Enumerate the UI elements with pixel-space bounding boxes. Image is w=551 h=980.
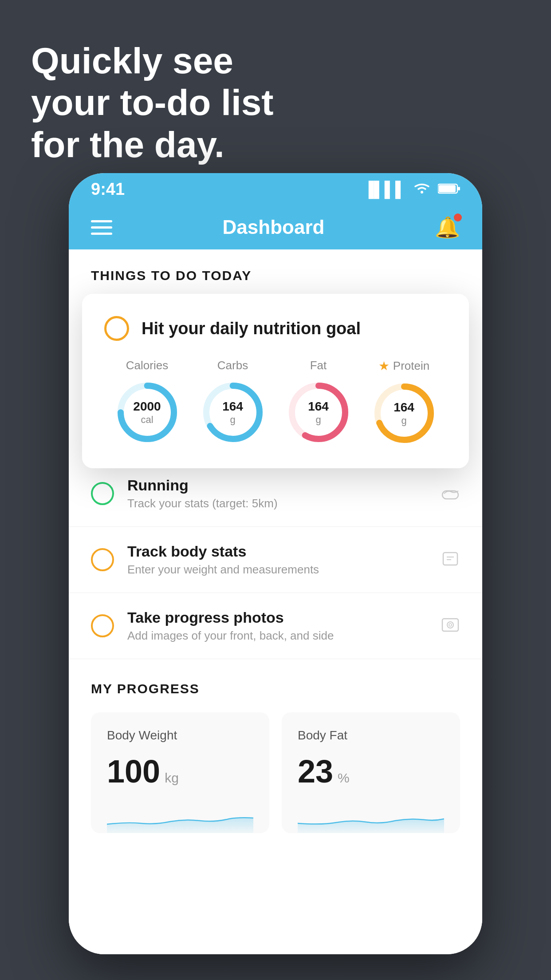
card-title-row: Hit your daily nutrition goal [104,316,447,341]
status-bar: 9:41 ▐▌▌▌ [69,173,482,205]
nav-bar: Dashboard 🔔 [69,205,482,249]
running-info: Running Track your stats (target: 5km) [127,477,427,510]
nutrition-card: Hit your daily nutrition goal Calories 2… [82,294,469,468]
nutrition-item-fat: Fat 164 g [286,359,351,445]
body-stats-info: Track body stats Enter your weight and m… [127,543,427,577]
fat-label: Fat [310,359,327,372]
svg-rect-13 [443,553,457,565]
todo-item-body-stats[interactable]: Track body stats Enter your weight and m… [69,527,482,593]
running-checkbox[interactable] [91,482,114,505]
todo-list: Running Track your stats (target: 5km) T… [69,461,482,659]
nutrition-item-calories: Calories 2000 cal [114,359,180,445]
calories-donut: 2000 cal [114,379,180,445]
star-icon: ★ [378,359,390,373]
status-time: 9:41 [91,180,125,199]
body-weight-card: Body Weight 100 kg [91,712,269,833]
phone-content: THINGS TO DO TODAY Hit your daily nutrit… [69,249,482,954]
fat-donut: 164 g [286,379,351,445]
body-weight-title: Body Weight [107,728,253,743]
body-weight-unit: kg [165,771,179,786]
nutrition-row: Calories 2000 cal Carbs [104,359,447,446]
svg-rect-3 [458,187,460,190]
photos-checkbox[interactable] [91,614,114,637]
headline: Quickly see your to-do list for the day. [31,40,274,166]
nutrition-checkbox[interactable] [104,316,129,341]
body-fat-title: Body Fat [298,728,444,743]
protein-donut: 164 g [371,380,437,446]
body-stats-checkbox[interactable] [91,548,114,571]
photos-subtitle: Add images of your front, back, and side [127,629,427,643]
body-fat-unit: % [338,771,350,786]
todo-item-photos[interactable]: Take progress photos Add images of your … [69,593,482,659]
svg-rect-2 [439,185,456,192]
phone-mockup: 9:41 ▐▌▌▌ Da [69,173,482,954]
photos-title: Take progress photos [127,609,427,626]
body-stats-subtitle: Enter your weight and measurements [127,563,427,577]
hamburger-menu[interactable] [91,220,112,235]
svg-point-17 [447,622,453,628]
body-stats-title: Track body stats [127,543,427,560]
carbs-label: Carbs [217,359,248,372]
running-title: Running [127,477,427,494]
photos-info: Take progress photos Add images of your … [127,609,427,643]
body-weight-chart [107,802,253,833]
things-header-text: THINGS TO DO TODAY [91,268,252,283]
nutrition-item-protein: ★ Protein 164 g [371,359,437,446]
carbs-donut: 164 g [200,379,266,445]
notification-dot [454,213,462,221]
things-to-do-header: THINGS TO DO TODAY [69,249,482,292]
body-fat-value: 23 [298,753,333,790]
nav-title: Dashboard [223,216,325,238]
battery-icon [438,181,460,198]
body-fat-chart [298,802,444,833]
body-fat-value-row: 23 % [298,753,444,790]
svg-rect-16 [442,619,458,631]
body-fat-card: Body Fat 23 % [282,712,460,833]
bell-icon[interactable]: 🔔 [435,215,460,239]
todo-item-running[interactable]: Running Track your stats (target: 5km) [69,461,482,527]
nutrition-card-title: Hit your daily nutrition goal [142,319,361,338]
body-weight-value-row: 100 kg [107,753,253,790]
progress-cards: Body Weight 100 kg [91,712,460,833]
photo-icon [441,614,460,638]
signal-icon: ▐▌▌▌ [363,181,406,198]
progress-header: MY PROGRESS [91,681,460,696]
wifi-icon [413,181,431,198]
svg-point-18 [449,624,452,626]
svg-point-0 [421,191,423,194]
body-weight-value: 100 [107,753,160,790]
calories-label: Calories [126,359,168,372]
running-subtitle: Track your stats (target: 5km) [127,497,427,510]
status-icons: ▐▌▌▌ [363,181,460,198]
progress-section: MY PROGRESS Body Weight 100 kg [69,659,482,833]
running-icon [441,482,460,506]
scale-icon [441,548,460,572]
nutrition-item-carbs: Carbs 164 g [200,359,266,445]
protein-label: ★ Protein [378,359,429,373]
